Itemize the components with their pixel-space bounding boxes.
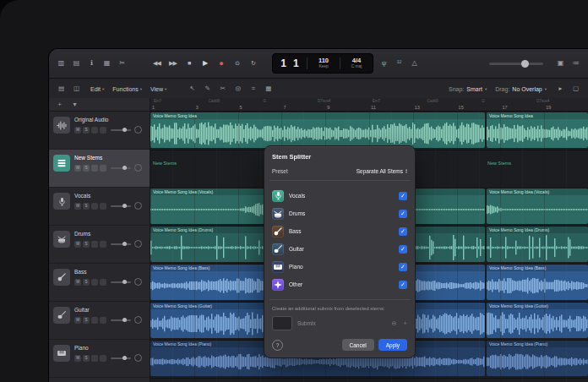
- audio-region[interactable]: Voice Memo Song Idea (Piano): [487, 341, 588, 376]
- mute-button[interactable]: M: [74, 241, 81, 248]
- record-enable-button[interactable]: [91, 241, 98, 248]
- catch-icon[interactable]: ▸: [555, 83, 566, 95]
- editors-icon[interactable]: ✂: [117, 57, 128, 69]
- track-header-guitar[interactable]: GuitarMS: [49, 302, 150, 340]
- drag-control[interactable]: Drag: No Overlap ▾: [495, 86, 547, 92]
- track-header-piano[interactable]: PianoMS: [49, 340, 150, 378]
- solo-button[interactable]: S: [83, 317, 90, 324]
- record-enable-button[interactable]: [91, 203, 98, 210]
- record-icon[interactable]: ●: [215, 57, 226, 69]
- snap-control[interactable]: Snap: Smart ▾: [449, 86, 487, 92]
- mute-button[interactable]: M: [74, 165, 81, 172]
- record-enable-button[interactable]: [91, 317, 98, 324]
- metronome-icon[interactable]: △: [409, 57, 420, 69]
- pan-knob[interactable]: [134, 164, 142, 172]
- audio-region[interactable]: Voice Memo Song Idea: [487, 112, 588, 148]
- stop-icon[interactable]: ■: [183, 57, 194, 69]
- count-in-icon[interactable]: ¹²: [394, 57, 405, 69]
- pan-knob[interactable]: [134, 278, 142, 286]
- play-icon[interactable]: ▶: [199, 57, 210, 69]
- rewind-icon[interactable]: ◀◀: [151, 57, 162, 69]
- input-monitor-button[interactable]: [100, 241, 106, 248]
- library-icon[interactable]: ▤: [71, 57, 82, 69]
- solo-button[interactable]: S: [83, 241, 90, 248]
- solo-button[interactable]: S: [83, 165, 90, 172]
- apply-button[interactable]: Apply: [378, 339, 407, 351]
- pan-knob[interactable]: [134, 202, 142, 210]
- input-monitor-button[interactable]: [100, 127, 106, 134]
- record-enable-button[interactable]: [91, 165, 98, 172]
- volume-slider[interactable]: [111, 205, 131, 207]
- volume-slider[interactable]: [111, 319, 131, 321]
- lcd-tempo[interactable]: 110 Keep: [308, 57, 340, 69]
- track-options-icon[interactable]: ▤: [56, 83, 67, 95]
- stem-checkbox[interactable]: ✓: [399, 245, 407, 254]
- add-track-icon[interactable]: +: [54, 99, 65, 111]
- input-monitor-button[interactable]: [100, 355, 106, 362]
- volume-slider[interactable]: [111, 129, 131, 131]
- inspector-icon[interactable]: ℹ: [86, 57, 97, 69]
- mute-button[interactable]: M: [74, 127, 81, 134]
- input-monitor-button[interactable]: [100, 165, 106, 172]
- mute-button[interactable]: M: [74, 203, 81, 210]
- lcd-timesig[interactable]: 4/4 C maj: [340, 57, 373, 69]
- track-filter-icon[interactable]: ▾: [69, 99, 80, 111]
- cancel-button[interactable]: Cancel: [342, 339, 374, 351]
- plus-icon[interactable]: +: [404, 319, 407, 327]
- audio-region[interactable]: Voice Memo Song Idea (Drums): [487, 226, 588, 262]
- record-enable-button[interactable]: [91, 355, 98, 362]
- lcd-display[interactable]: 1 1 110 Keep 4/4 C maj: [272, 53, 373, 74]
- record-enable-button[interactable]: [91, 279, 98, 286]
- mute-button[interactable]: M: [74, 279, 81, 286]
- stem-checkbox[interactable]: ✓: [399, 192, 407, 200]
- pencil-icon[interactable]: ✎: [202, 83, 213, 95]
- input-monitor-button[interactable]: [100, 279, 106, 286]
- pan-knob[interactable]: [134, 240, 142, 248]
- menu-view[interactable]: View▾: [150, 86, 166, 92]
- pan-knob[interactable]: [134, 126, 142, 134]
- solo-button[interactable]: S: [83, 279, 90, 286]
- record-enable-button[interactable]: [91, 127, 98, 134]
- track-header-drums[interactable]: DrumsMS: [49, 226, 150, 264]
- list-icon[interactable]: ≔: [570, 57, 581, 69]
- global-tracks-icon[interactable]: ◫: [71, 83, 82, 95]
- timeline-ruler[interactable]: 13579111315171921Em7Cadd9GD7sus4Em7Cadd9…: [150, 98, 588, 112]
- minus-icon[interactable]: ⊖: [391, 319, 396, 327]
- menu-functions[interactable]: Functions▾: [112, 86, 142, 92]
- stem-checkbox[interactable]: ✓: [399, 263, 407, 271]
- solo-button[interactable]: S: [83, 127, 90, 134]
- track-header-bass[interactable]: BassMS: [49, 264, 150, 302]
- preset-popup[interactable]: Separate All Stems ▴▾: [357, 168, 407, 174]
- mute-button[interactable]: M: [74, 355, 81, 362]
- pan-knob[interactable]: [134, 316, 142, 324]
- pointer-icon[interactable]: ↖: [187, 83, 198, 95]
- volume-slider[interactable]: [111, 281, 131, 283]
- master-volume-slider[interactable]: [489, 63, 543, 65]
- audio-region[interactable]: Voice Memo Song Idea (Guitar): [487, 303, 588, 338]
- volume-slider[interactable]: [111, 243, 131, 245]
- tuner-icon[interactable]: ψ: [378, 57, 389, 69]
- input-monitor-button[interactable]: [100, 317, 106, 324]
- zoom-icon[interactable]: ◎: [232, 83, 243, 95]
- scissors-icon[interactable]: ✂: [217, 83, 228, 95]
- menu-edit[interactable]: Edit▾: [90, 86, 104, 92]
- stem-checkbox[interactable]: ✓: [399, 210, 407, 218]
- input-monitor-button[interactable]: [100, 203, 106, 210]
- capture-icon[interactable]: ⊙: [231, 57, 242, 69]
- audio-region[interactable]: Voice Memo Song Idea (Bass): [487, 265, 588, 300]
- overview-icon[interactable]: ▢: [570, 83, 581, 95]
- track-header-original-audio[interactable]: Original AudioMS: [49, 112, 150, 150]
- grid-view-icon[interactable]: ▦: [263, 83, 274, 95]
- forward-icon[interactable]: ▶▶: [167, 57, 178, 69]
- mixer-icon[interactable]: ▦: [101, 57, 112, 69]
- sidebar-icon[interactable]: ▥: [56, 57, 67, 69]
- pan-knob[interactable]: [134, 354, 142, 362]
- stem-checkbox[interactable]: ✓: [399, 281, 407, 289]
- display-mode-icon[interactable]: ▣: [555, 57, 566, 69]
- volume-slider[interactable]: [111, 167, 131, 169]
- mute-button[interactable]: M: [74, 317, 81, 324]
- track-header-vocals[interactable]: VocalsMS: [49, 188, 150, 226]
- volume-slider[interactable]: [111, 357, 131, 359]
- help-button[interactable]: ?: [272, 340, 283, 351]
- waveform-view-icon[interactable]: ≈: [248, 83, 259, 95]
